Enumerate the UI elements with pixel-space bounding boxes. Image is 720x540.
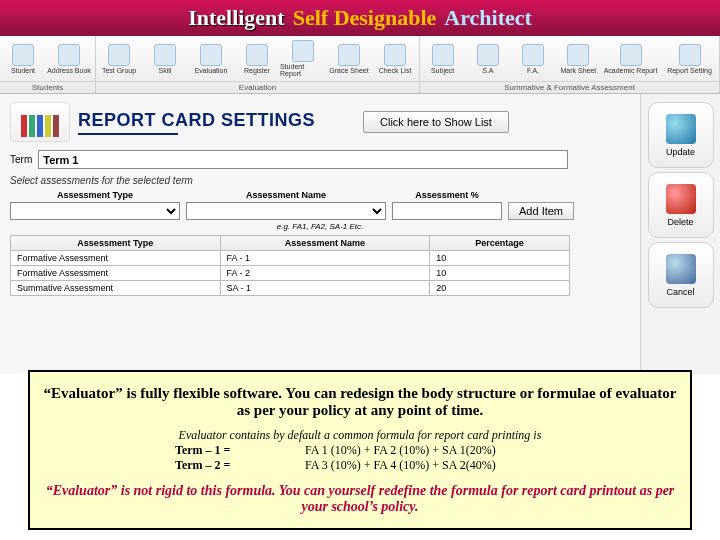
- term2-formula: FA 3 (10%) + FA 4 (10%) + SA 2(40%): [305, 458, 545, 473]
- cancel-icon: [666, 254, 696, 284]
- info-box: “Evaluator” is fully flexible software. …: [28, 370, 692, 530]
- tb-studentreport[interactable]: Student Report: [280, 36, 326, 81]
- tb-reportsetting[interactable]: Report Setting: [660, 36, 719, 81]
- delete-button[interactable]: Delete: [648, 172, 714, 238]
- tb-sa[interactable]: S.A: [465, 36, 510, 81]
- assessment-name-select[interactable]: [186, 202, 386, 220]
- col-assessment-pct-label: Assessment %: [392, 190, 502, 200]
- checklist-icon: [384, 44, 406, 66]
- term1-label: Term – 1 =: [175, 443, 265, 458]
- term2-label: Term – 2 =: [175, 458, 265, 473]
- update-button[interactable]: Update: [648, 102, 714, 168]
- th-name: Assessment Name: [220, 236, 430, 251]
- toolbar-group-students: Student Address Book Students: [0, 36, 96, 93]
- fa-icon: [522, 44, 544, 66]
- th-type: Assessment Type: [11, 236, 221, 251]
- tb-student[interactable]: Student: [0, 36, 46, 81]
- col-assessment-type-label: Assessment Type: [10, 190, 180, 200]
- info-text-2: Evaluator contains by default a common f…: [40, 428, 680, 443]
- tb-fa[interactable]: F.A.: [511, 36, 556, 81]
- evaluation-icon: [200, 44, 222, 66]
- term-input[interactable]: [38, 150, 568, 169]
- tb-marksheet[interactable]: Mark Sheet: [556, 36, 601, 81]
- th-pct: Percentage: [430, 236, 570, 251]
- table-row[interactable]: Formative AssessmentFA - 210: [11, 266, 570, 281]
- addressbook-icon: [58, 44, 80, 66]
- assessment-pct-input[interactable]: [392, 202, 502, 220]
- student-icon: [12, 44, 34, 66]
- toolbar-group-label: Summative & Formative Assessment: [420, 81, 719, 93]
- skill-icon: [154, 44, 176, 66]
- info-text-1: “Evaluator” is fully flexible software. …: [40, 385, 680, 419]
- marksheet-icon: [567, 44, 589, 66]
- term1-formula: FA 1 (10%) + FA 2 (10%) + SA 1(20%): [305, 443, 545, 458]
- banner-word-3: Architect: [444, 5, 532, 31]
- toolbar-group-assessment: Subject S.A F.A. Mark Sheet Academic Rep…: [420, 36, 720, 93]
- add-item-button[interactable]: Add Item: [508, 202, 574, 220]
- cancel-button[interactable]: Cancel: [648, 242, 714, 308]
- title-underline: [78, 133, 178, 135]
- content-area: REPORT CARD SETTINGS Click here to Show …: [0, 94, 720, 374]
- assessment-table: Assessment Type Assessment Name Percenta…: [10, 235, 570, 296]
- side-panel: Update Delete Cancel: [640, 94, 720, 374]
- toolbar-group-label: Evaluation: [96, 81, 419, 93]
- assessment-type-select[interactable]: [10, 202, 180, 220]
- show-list-button[interactable]: Click here to Show List: [363, 111, 509, 133]
- ribbon-toolbar: Student Address Book Students Test Group…: [0, 36, 720, 94]
- register-icon: [246, 44, 268, 66]
- tb-academicreport[interactable]: Academic Report: [601, 36, 660, 81]
- tb-evaluation[interactable]: Evaluation: [188, 36, 234, 81]
- col-assessment-name-label: Assessment Name: [186, 190, 386, 200]
- page-title-block: REPORT CARD SETTINGS: [78, 110, 315, 135]
- tb-addressbook[interactable]: Address Book: [46, 36, 92, 81]
- table-row[interactable]: Summative AssessmentSA - 120: [11, 281, 570, 296]
- tb-testgroup[interactable]: Test Group: [96, 36, 142, 81]
- main-panel: REPORT CARD SETTINGS Click here to Show …: [0, 94, 640, 374]
- academicreport-icon: [620, 44, 642, 66]
- tb-subject[interactable]: Subject: [420, 36, 465, 81]
- gracesheet-icon: [338, 44, 360, 66]
- delete-icon: [666, 184, 696, 214]
- subject-icon: [432, 44, 454, 66]
- select-instruction: Select assessments for the selected term: [10, 175, 630, 186]
- sa-icon: [477, 44, 499, 66]
- banner-word-1: Intelligent: [188, 5, 285, 31]
- toolbar-group-evaluation: Test Group Skill Evaluation Register Stu…: [96, 36, 420, 93]
- studentreport-icon: [292, 40, 314, 62]
- reportsetting-icon: [679, 44, 701, 66]
- term-label: Term: [10, 154, 32, 165]
- tb-gracesheet[interactable]: Grace Sheet: [326, 36, 372, 81]
- table-row[interactable]: Formative AssessmentFA - 110: [11, 251, 570, 266]
- header-banner: Intelligent Self Designable Architect: [0, 0, 720, 36]
- page-title: REPORT CARD SETTINGS: [78, 110, 315, 131]
- books-icon: [10, 102, 70, 142]
- tb-checklist[interactable]: Check List: [372, 36, 418, 81]
- example-hint: e.g. FA1, FA2, SA-1 Etc.: [10, 222, 630, 231]
- toolbar-group-label: Students: [0, 81, 95, 93]
- testgroup-icon: [108, 44, 130, 66]
- info-text-3: “Evaluator” is not rigid to this formula…: [40, 483, 680, 515]
- tb-register[interactable]: Register: [234, 36, 280, 81]
- banner-word-2: Self Designable: [293, 5, 437, 31]
- tb-skill[interactable]: Skill: [142, 36, 188, 81]
- update-icon: [666, 114, 696, 144]
